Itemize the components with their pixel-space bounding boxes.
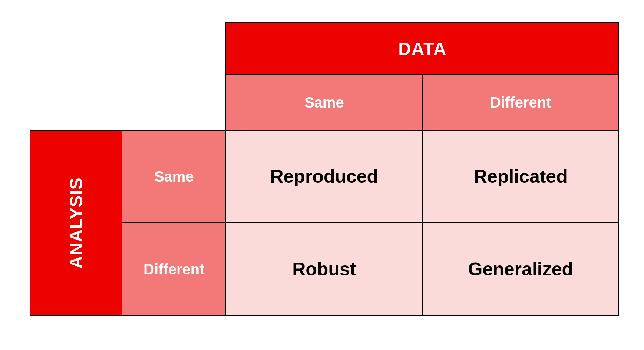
matrix-table-container: DATA Same Different ANALYSIS Same Reprod… bbox=[30, 22, 619, 316]
matrix-table: DATA Same Different ANALYSIS Same Reprod… bbox=[30, 22, 619, 316]
cell-generalized: Generalized bbox=[422, 223, 619, 316]
cell-replicated: Replicated bbox=[422, 130, 619, 223]
cell-reproduced: Reproduced bbox=[226, 130, 422, 223]
row-axis-header: ANALYSIS bbox=[30, 130, 122, 316]
spacer-top-left bbox=[30, 23, 226, 75]
spacer-left bbox=[30, 75, 226, 130]
column-header-different: Different bbox=[422, 75, 619, 130]
cell-robust: Robust bbox=[226, 223, 422, 316]
row-header-different: Different bbox=[122, 223, 226, 316]
column-axis-header: DATA bbox=[226, 23, 619, 75]
column-header-same: Same bbox=[226, 75, 422, 130]
row-axis-label: ANALYSIS bbox=[66, 177, 86, 268]
row-header-same: Same bbox=[122, 130, 226, 223]
